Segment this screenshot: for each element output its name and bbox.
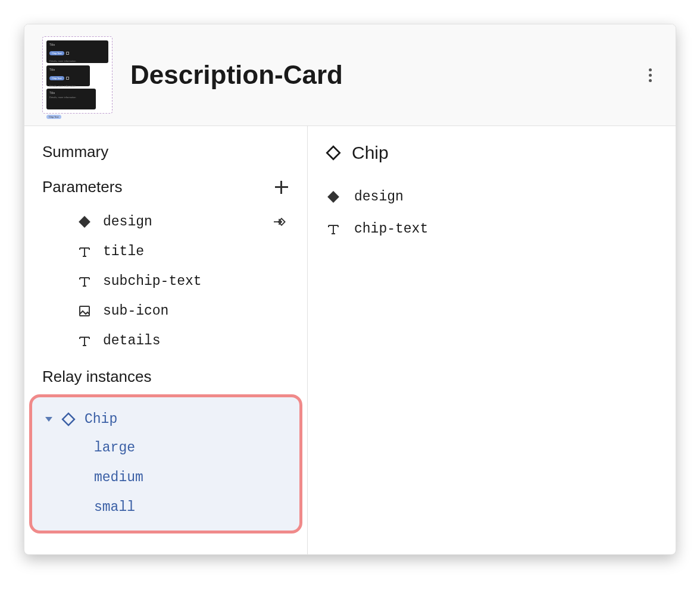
more-menu-icon[interactable] (642, 67, 658, 83)
diamond-filled-icon (326, 189, 341, 205)
right-properties-list: design chip-text (326, 181, 658, 245)
component-inspector-card: Title Chip Text Details, more informatio… (24, 24, 676, 555)
property-design[interactable]: design (326, 181, 658, 213)
parameters-list: design title (24, 207, 307, 356)
property-chip-text[interactable]: chip-text (326, 213, 658, 245)
component-title: Description-Card (130, 60, 642, 90)
svg-rect-2 (80, 306, 89, 316)
card-body: Summary Parameters design (24, 126, 676, 554)
variant-label: large (94, 440, 135, 456)
variant-small[interactable]: small (45, 492, 286, 522)
diamond-outline-icon (61, 412, 76, 427)
parameter-label: design (103, 214, 263, 230)
text-icon (77, 274, 92, 289)
variant-medium[interactable]: medium (45, 463, 286, 492)
diamond-filled-icon (77, 214, 92, 230)
relay-instance-highlight: Chip large medium small (29, 394, 302, 533)
text-icon (77, 244, 92, 259)
right-panel-header: Chip (326, 143, 658, 163)
variant-label: medium (94, 470, 143, 485)
summary-heading[interactable]: Summary (24, 143, 307, 161)
parameters-heading: Parameters (42, 178, 122, 196)
parameter-label: subchip-text (103, 274, 289, 289)
parameter-label: title (103, 244, 289, 259)
parameter-details[interactable]: details (42, 326, 289, 356)
text-icon (77, 333, 92, 349)
svg-rect-0 (79, 216, 90, 228)
instance-label: Chip (85, 412, 117, 427)
right-panel: Chip design chip-text (308, 126, 676, 554)
instance-chip[interactable]: Chip (45, 406, 286, 433)
variant-label: small (94, 500, 135, 515)
parameter-subchip-text[interactable]: subchip-text (42, 266, 289, 296)
property-label: chip-text (354, 221, 428, 237)
caret-down-icon[interactable] (45, 417, 52, 422)
router-arrow-icon[interactable] (274, 214, 289, 230)
parameter-design[interactable]: design (42, 207, 289, 237)
add-parameter-icon[interactable] (274, 180, 289, 195)
card-header: Title Chip Text Details, more informatio… (24, 24, 676, 126)
diamond-outline-icon (326, 145, 341, 161)
property-label: design (354, 189, 404, 205)
parameter-label: sub-icon (103, 303, 289, 319)
parameter-title[interactable]: title (42, 237, 289, 266)
text-icon (326, 221, 341, 237)
image-icon (77, 303, 92, 319)
component-thumbnail: Title Chip Text Details, more informatio… (42, 36, 112, 114)
variant-large[interactable]: large (45, 433, 286, 463)
svg-rect-4 (327, 146, 339, 159)
svg-rect-5 (327, 191, 339, 203)
parameter-label: details (103, 333, 289, 349)
right-panel-title: Chip (352, 143, 389, 163)
left-panel: Summary Parameters design (24, 126, 308, 554)
svg-rect-3 (62, 413, 74, 425)
relay-instances-heading: Relay instances (24, 368, 307, 386)
parameter-sub-icon[interactable]: sub-icon (42, 296, 289, 326)
